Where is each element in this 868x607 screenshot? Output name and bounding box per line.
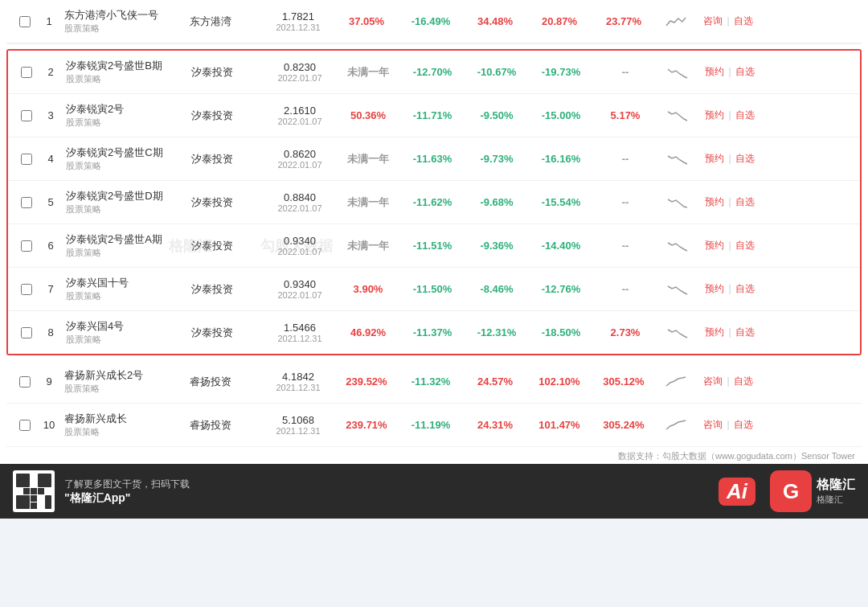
pct-1m: -11.19%	[399, 419, 463, 431]
action-appt[interactable]: 预约	[705, 196, 724, 207]
actions-cell[interactable]: 预约 | 自选	[698, 195, 762, 209]
checkbox-input[interactable]	[21, 284, 32, 295]
fund-name-cell: 汐泰锐寅2号 股票策略	[63, 102, 191, 129]
brand-name: 格隆汇	[817, 477, 855, 494]
pct-ytd: 3.90%	[336, 283, 400, 295]
checkbox-input[interactable]	[21, 67, 32, 78]
fund-type: 股票策略	[66, 73, 191, 85]
row-checkbox[interactable]	[13, 16, 37, 27]
nav-value: 1.7821	[262, 10, 334, 23]
chart-cell[interactable]	[657, 326, 698, 340]
action-appt[interactable]: 预约	[705, 326, 724, 338]
nav-cell: 0.8230 2022.01.07	[264, 61, 336, 83]
chart-cell[interactable]	[657, 195, 698, 210]
footer: 了解更多图文干货，扫码下载 "格隆汇App" Ai G 格隆汇 格隆汇	[0, 464, 868, 519]
pct-1y: 5.17%	[593, 109, 657, 121]
chart-cell[interactable]	[657, 152, 698, 166]
checkbox-input[interactable]	[21, 154, 32, 165]
action-sep: |	[728, 326, 731, 338]
chart-cell[interactable]	[657, 282, 698, 297]
nav-cell: 0.9340 2022.01.07	[264, 278, 336, 300]
row-checkbox[interactable]	[14, 197, 39, 208]
action-consult[interactable]: 咨询	[703, 375, 723, 387]
fund-type: 股票策略	[66, 247, 191, 259]
nav-date: 2022.01.07	[264, 160, 336, 170]
action-fav[interactable]: 自选	[735, 66, 755, 77]
checkbox-input[interactable]	[21, 327, 32, 338]
actions-cell[interactable]: 咨询 | 自选	[696, 14, 760, 28]
plain-rows-section: 1 东方港湾小飞侠一号 股票策略 东方港湾 1.7821 2021.12.31 …	[6, 0, 862, 44]
chart-cell[interactable]	[657, 65, 698, 80]
nav-cell: 4.1842 2021.12.31	[262, 371, 334, 392]
fund-type: 股票策略	[66, 290, 191, 302]
table-row: 2 汐泰锐寅2号盛世B期 股票策略 汐泰投资 0.8230 2022.01.07…	[8, 51, 860, 94]
fund-name: 汐泰锐寅2号盛世C期	[66, 146, 191, 160]
row-checkbox[interactable]	[14, 240, 39, 252]
action-fav[interactable]: 自选	[735, 240, 755, 251]
pct-1y: 23.77%	[592, 15, 656, 27]
chart-cell[interactable]	[657, 239, 698, 253]
table-row: 10 睿扬新兴成长 股票策略 睿扬投资 5.1068 2021.12.31 23…	[6, 404, 862, 447]
action-consult[interactable]: 咨询	[703, 15, 723, 27]
action-appt[interactable]: 预约	[705, 66, 724, 77]
checkbox-input[interactable]	[21, 110, 32, 121]
qr-section	[13, 470, 55, 512]
actions-cell[interactable]: 咨询 | 自选	[696, 375, 760, 388]
actions-cell[interactable]: 预约 | 自选	[698, 282, 762, 296]
row-checkbox[interactable]	[14, 110, 39, 121]
checkbox-input[interactable]	[21, 240, 32, 252]
nav-date: 2021.12.31	[262, 426, 334, 436]
action-appt[interactable]: 预约	[705, 283, 724, 294]
fund-name: 睿扬新兴成长2号	[64, 368, 190, 383]
qr-code	[13, 470, 55, 512]
row-checkbox[interactable]	[13, 420, 37, 431]
chart-cell[interactable]	[657, 109, 698, 123]
pct-1y: 305.24%	[592, 419, 656, 431]
pct-6m: -16.16%	[529, 153, 593, 165]
actions-cell[interactable]: 预约 | 自选	[698, 152, 762, 166]
row-checkbox[interactable]	[14, 327, 39, 338]
company-cell: 汐泰投资	[191, 326, 264, 340]
fund-name: 汐泰锐寅2号盛世B期	[66, 59, 191, 73]
company-cell: 汐泰投资	[191, 109, 264, 123]
actions-cell[interactable]: 预约 | 自选	[698, 326, 762, 339]
action-consult[interactable]: 咨询	[703, 419, 723, 430]
checkbox-input[interactable]	[19, 376, 31, 388]
nav-date: 2022.01.07	[264, 247, 336, 256]
row-checkbox[interactable]	[14, 284, 39, 295]
row-checkbox[interactable]	[13, 376, 37, 388]
action-fav[interactable]: 自选	[735, 326, 755, 338]
action-fav[interactable]: 自选	[735, 283, 755, 294]
action-appt[interactable]: 预约	[705, 109, 724, 121]
row-checkbox[interactable]	[14, 67, 39, 78]
checkbox-input[interactable]	[21, 197, 32, 208]
pct-3m: 24.57%	[463, 375, 527, 388]
rank-cell: 6	[39, 240, 63, 252]
action-fav[interactable]: 自选	[734, 375, 753, 387]
chart-cell[interactable]	[656, 14, 696, 29]
pct-ytd: 未满一年	[336, 152, 400, 166]
checkbox-input[interactable]	[19, 420, 31, 431]
fund-name: 睿扬新兴成长	[64, 412, 190, 426]
chart-cell[interactable]	[656, 418, 696, 433]
actions-cell[interactable]: 咨询 | 自选	[696, 418, 760, 432]
rank-cell: 4	[39, 153, 63, 165]
row-checkbox[interactable]	[14, 154, 39, 165]
actions-cell[interactable]: 预约 | 自选	[698, 65, 762, 79]
action-appt[interactable]: 预约	[705, 153, 724, 164]
action-fav[interactable]: 自选	[735, 196, 755, 207]
checkbox-input[interactable]	[19, 16, 31, 27]
action-fav[interactable]: 自选	[735, 153, 755, 164]
pct-3m: -9.50%	[465, 109, 529, 121]
action-fav[interactable]: 自选	[735, 109, 755, 121]
fund-name-cell: 汐泰兴国4号 股票策略	[63, 319, 191, 346]
actions-cell[interactable]: 预约 | 自选	[698, 109, 762, 122]
rank-cell: 7	[39, 283, 63, 295]
action-fav[interactable]: 自选	[734, 15, 753, 27]
action-fav[interactable]: 自选	[734, 419, 753, 430]
company-cell: 汐泰投资	[191, 195, 264, 210]
chart-cell[interactable]	[656, 375, 696, 389]
pct-1m: -11.62%	[400, 196, 465, 208]
actions-cell[interactable]: 预约 | 自选	[698, 239, 762, 252]
action-appt[interactable]: 预约	[705, 240, 724, 251]
